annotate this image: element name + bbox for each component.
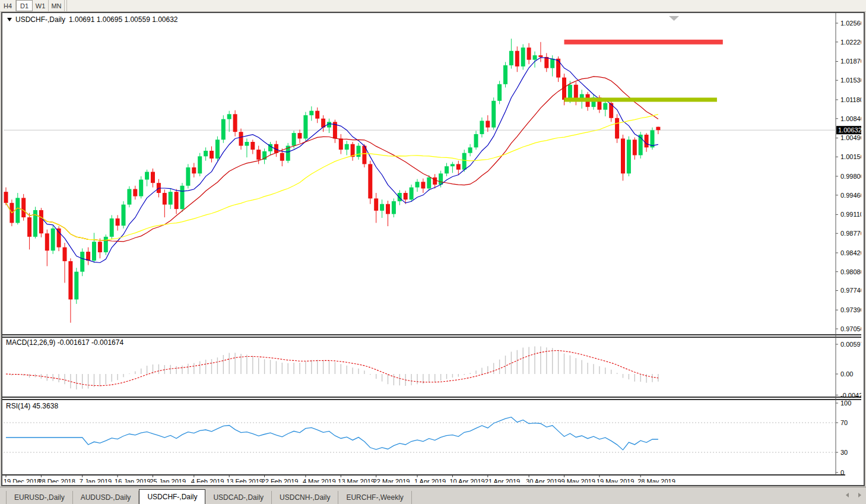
candle-body: [151, 172, 155, 183]
timeframe-button-h4[interactable]: H4: [0, 0, 16, 11]
candle-body: [415, 182, 420, 187]
axis-label: 0.00: [840, 370, 853, 378]
candle-body: [345, 144, 349, 150]
candle-body: [139, 180, 143, 196]
timeframe-button-d1[interactable]: D1: [16, 0, 33, 11]
tab-scroll-right-button[interactable]: [857, 492, 862, 498]
timeframe-toolbar: H4 D1 W1 MN: [0, 0, 866, 12]
candle-body: [303, 115, 307, 138]
candle-body: [456, 164, 461, 169]
tab-scroll-left-button[interactable]: [845, 492, 850, 498]
candle-body: [421, 182, 425, 188]
candle-body: [63, 248, 67, 261]
candle-body: [410, 188, 414, 200]
candle-body: [568, 85, 572, 100]
candle-body: [474, 134, 478, 147]
candle-body: [380, 204, 384, 211]
candle-body: [163, 193, 167, 205]
candle-body: [515, 51, 519, 66]
symbol-tab-eurchf[interactable]: EURCHF-,Weekly: [338, 491, 411, 504]
axis-label: 0.97050: [840, 325, 861, 332]
candle-body: [445, 166, 449, 173]
date-label: 16 Jan 2019: [115, 478, 151, 483]
candle-body: [133, 189, 137, 196]
candle-body: [68, 261, 72, 299]
candle-body: [486, 121, 490, 127]
axis-label: 1.01180: [840, 96, 861, 103]
date-label: 22 Mar 2019: [373, 478, 410, 483]
candle-body: [27, 217, 31, 237]
date-label: 9 May 2019: [562, 478, 595, 483]
candle-body: [204, 151, 208, 156]
candle-body: [221, 119, 226, 140]
candle-body: [227, 114, 231, 119]
candle-body: [433, 177, 437, 185]
candle-body: [127, 189, 131, 204]
candle-body: [497, 84, 502, 101]
date-label: 22 Feb 2019: [262, 478, 299, 483]
candle-body: [92, 242, 96, 261]
candle-body: [503, 65, 507, 84]
axis-label: 0.98770: [840, 230, 861, 237]
symbol-tab-usdchf[interactable]: USDCHF-,Daily: [139, 489, 205, 504]
axis-label: 0.99110: [840, 211, 861, 218]
candle-body: [392, 201, 396, 214]
candle-body: [280, 153, 284, 161]
axis-label: 1.02560: [840, 20, 861, 27]
date-label: 13 Feb 2019: [226, 478, 263, 483]
symbol-tab-bar: EURUSD-,DailyAUDUSD-,DailyUSDCHF-,DailyU…: [0, 487, 866, 504]
resistance-level[interactable]: [564, 40, 723, 45]
candle-body: [86, 252, 90, 261]
date-label: 19 Dec 2018: [4, 478, 40, 483]
candle-body: [33, 210, 37, 237]
symbol-tab-eurusd[interactable]: EURUSD-,Daily: [6, 491, 73, 504]
candle-body: [51, 229, 55, 251]
candle-body: [656, 127, 660, 131]
rsi-indicator-label: RSI(14) 45.3638: [6, 402, 58, 410]
candle-body: [462, 153, 467, 170]
candle-body: [309, 111, 313, 115]
axis-label: 0.99800: [840, 173, 861, 180]
candle-body: [427, 177, 431, 189]
axis-label: 1.00840: [840, 115, 861, 122]
candle-body: [256, 150, 261, 160]
support-level[interactable]: [564, 97, 717, 102]
candle-body: [339, 138, 343, 150]
date-label: 28 May 2019: [637, 478, 675, 483]
chart-canvas[interactable]: 1.025601.022201.018701.015301.011801.008…: [2, 13, 861, 483]
candle-body: [521, 47, 525, 66]
axis-label: -0.00424: [840, 392, 861, 399]
date-label: 4 Feb 2019: [191, 478, 224, 483]
symbol-tab-usdcnh[interactable]: USDCNH-,Daily: [272, 491, 338, 504]
axis-label: 0.98080: [840, 268, 861, 275]
candle-body: [215, 140, 220, 159]
current-price-tag-text: 1.00632: [838, 126, 861, 134]
candle-body: [245, 142, 249, 146]
tab-scroll-arrows: [845, 492, 862, 498]
candle-body: [210, 151, 214, 159]
candle-body: [250, 142, 255, 150]
axis-label: 1.01870: [840, 58, 861, 65]
candle-body: [80, 252, 84, 272]
candle-body: [4, 192, 8, 203]
candle-body: [169, 192, 173, 204]
timeframe-button-mn[interactable]: MN: [49, 0, 65, 11]
date-label: 21 Apr 2019: [485, 478, 520, 483]
axis-label: 0.97740: [840, 287, 861, 294]
timeframe-button-w1[interactable]: W1: [33, 0, 49, 11]
candle-body: [533, 55, 537, 59]
date-label: 25 Jan 2019: [150, 478, 186, 483]
candle-body: [404, 193, 408, 199]
candle-body: [239, 132, 243, 145]
candle-body: [480, 121, 484, 134]
candle-body: [298, 133, 302, 138]
candle-body: [57, 229, 61, 248]
symbol-tab-audusd[interactable]: AUDUSD-,Daily: [73, 491, 139, 504]
symbol-tab-usdcad[interactable]: USDCAD-,Daily: [205, 491, 272, 504]
axis-label: 1.01530: [840, 77, 861, 84]
candle-body: [116, 218, 120, 226]
chart-title: USDCHF-,Daily 1.00691 1.00695 1.00559 1.…: [7, 15, 178, 24]
symbol-dropdown-icon[interactable]: [7, 18, 12, 21]
date-label: 4 Mar 2019: [303, 478, 336, 483]
candle-body: [180, 186, 185, 209]
